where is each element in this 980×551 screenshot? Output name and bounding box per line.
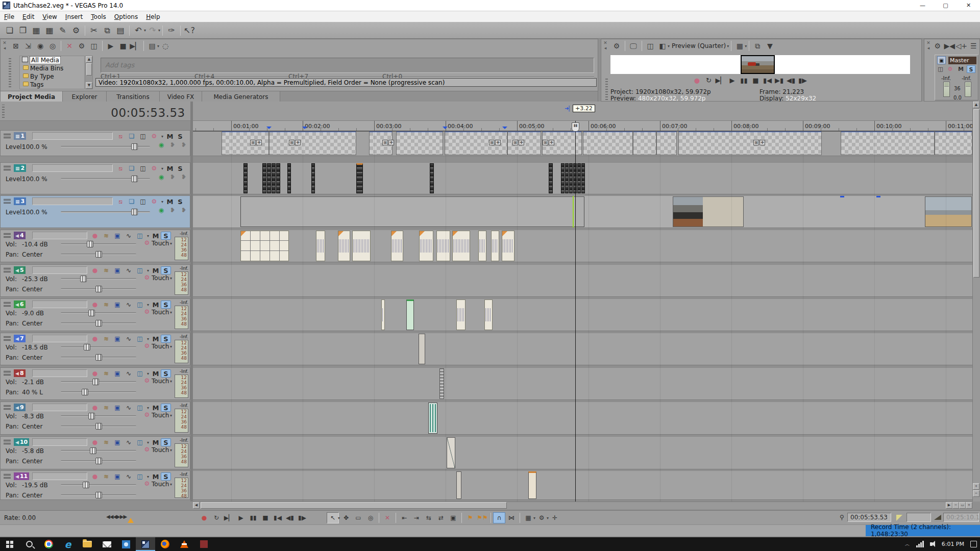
menu-view[interactable]: View: [38, 12, 61, 22]
taskbar-mail-icon[interactable]: [97, 537, 116, 551]
preview-quality-dropdown-icon[interactable]: ▾: [727, 44, 729, 48]
track-header-9[interactable]: ◀9●≋▣∿◫▾MSVol:-8.3 dB⚙Touch▾Pan:Center-I…: [0, 402, 190, 435]
parent-composite-icon[interactable]: ❥: [167, 141, 178, 149]
automation-mode[interactable]: Touch: [152, 481, 169, 488]
slider-handle[interactable]: [80, 276, 87, 282]
go-to-end-button[interactable]: ▶▮: [773, 75, 785, 85]
child-composite-icon[interactable]: ❥: [178, 206, 189, 214]
menu-insert[interactable]: Insert: [61, 12, 87, 22]
envelope-icon[interactable]: ∿: [123, 335, 134, 343]
timeline-event[interactable]: [419, 231, 433, 261]
tree-scrollbar[interactable]: ▲ ▼: [85, 56, 93, 89]
invert-phase-icon[interactable]: ▣: [112, 404, 123, 412]
track-number-chip[interactable]: ▦3: [14, 197, 26, 205]
slider-handle[interactable]: [95, 354, 102, 361]
automation-mode[interactable]: Touch: [152, 240, 169, 247]
automation-dropdown-icon[interactable]: ▾: [170, 379, 172, 384]
taskbar-file-explorer-icon[interactable]: [78, 537, 97, 551]
pan-crop-icon[interactable]: ⊞: [489, 140, 495, 145]
envelope-icon[interactable]: ∿: [123, 404, 134, 412]
pan-crop-icon[interactable]: ⊞: [382, 140, 388, 145]
overlays-grid-dropdown-icon[interactable]: ▾: [745, 44, 747, 48]
timeline-event[interactable]: [925, 196, 972, 227]
render-as-icon[interactable]: ✎: [56, 24, 69, 37]
track-number-chip[interactable]: ◀5: [14, 266, 26, 274]
timeline-content[interactable]: ⊞✛⊞✛⊞✛⊞✛⊞✛⊞✛⊞✛: [193, 132, 972, 502]
fx-dropdown-icon[interactable]: ▾: [160, 197, 165, 206]
scroll-down-icon[interactable]: ▼: [86, 82, 92, 89]
open-project-icon[interactable]: ❒: [16, 24, 30, 37]
play-from-start-button[interactable]: ▶▏: [223, 512, 235, 523]
track-solo-button[interactable]: S: [175, 164, 185, 172]
slider[interactable]: [61, 346, 136, 348]
tab-project-media[interactable]: Project Media: [1, 91, 63, 102]
slider[interactable]: [61, 425, 136, 427]
timeline-event[interactable]: [678, 132, 822, 155]
taskbar-edge-icon[interactable]: e: [58, 537, 78, 551]
timeline-event[interactable]: [430, 163, 434, 193]
track-lane-10[interactable]: [193, 436, 972, 469]
automation-settings-icon[interactable]: ⚙: [149, 197, 160, 206]
ruler-marker-icon[interactable]: [443, 127, 448, 132]
redo-dropdown-icon[interactable]: ▾: [158, 28, 160, 33]
track-lane-7[interactable]: [193, 333, 972, 365]
event-fx-icon[interactable]: ✛: [295, 140, 301, 145]
slider[interactable]: [61, 146, 150, 147]
track-lane-11[interactable]: [193, 470, 972, 500]
cursor-time-display[interactable]: 00:05:53.53: [847, 513, 891, 522]
timeline-vscrollbar[interactable]: ▲+−: [972, 102, 980, 502]
taskbar-vegas-icon[interactable]: [136, 537, 155, 551]
track-number-chip[interactable]: ▦1: [14, 132, 26, 140]
selection-edit-tool-icon[interactable]: ▭: [352, 512, 364, 523]
track-name-input[interactable]: [32, 438, 87, 446]
record-button[interactable]: ●: [198, 512, 210, 523]
maximize-button[interactable]: ▢: [934, 0, 957, 11]
undo-icon[interactable]: ↶: [132, 24, 145, 37]
master-mute-button[interactable]: M: [957, 65, 965, 73]
scroll-right-icon[interactable]: ▶: [946, 502, 952, 509]
timeline-event[interactable]: [577, 163, 581, 193]
scroll-left-icon[interactable]: ◀: [193, 502, 200, 509]
slip-tool-icon[interactable]: ⇆: [423, 512, 435, 523]
track-header-10[interactable]: ◀10●≋▣∿◫▾MSVol:-5.8 dB⚙Touch▾Pan:Center-…: [0, 436, 190, 469]
media-properties-icon[interactable]: ⚙: [76, 40, 88, 52]
track-name-input[interactable]: [32, 266, 87, 274]
track-minimize-icon[interactable]: [4, 233, 11, 238]
track-solo-button[interactable]: S: [161, 300, 171, 309]
child-composite-icon[interactable]: ❥: [178, 141, 189, 149]
timeline-event[interactable]: [484, 299, 493, 330]
panel-close-icon[interactable]: ✕◂: [2, 40, 8, 51]
track-solo-button[interactable]: S: [175, 132, 185, 140]
pan-crop-icon[interactable]: ⊞: [289, 140, 295, 145]
event-fx-icon[interactable]: ✛: [549, 140, 554, 145]
slider-handle[interactable]: [87, 241, 93, 247]
new-project-icon[interactable]: ❏: [3, 24, 16, 37]
bus-send-icon[interactable]: ≋: [101, 438, 112, 446]
panel-grip[interactable]: [9, 57, 11, 87]
timeline-event[interactable]: [439, 368, 444, 399]
timeline-event[interactable]: [428, 403, 437, 434]
track-header-1[interactable]: ▦1⧅❏◫⚙▾MSLevel:100.0 %◉❥❥: [0, 130, 190, 156]
automation-settings-icon[interactable]: ⚙: [141, 273, 153, 282]
bypass-motion-blur-icon[interactable]: ⧅: [115, 164, 126, 172]
timeline-event[interactable]: [381, 299, 385, 330]
timeline-event[interactable]: [272, 163, 276, 193]
close-button[interactable]: ✕: [957, 0, 980, 11]
track-name-input[interactable]: [32, 404, 87, 411]
automation-settings-icon[interactable]: ⚙: [141, 239, 153, 247]
dim-output-icon[interactable]: ◁+: [955, 40, 968, 52]
pan-crop-icon[interactable]: ⊞: [753, 140, 759, 145]
project-properties-icon[interactable]: ⚙: [69, 24, 83, 37]
timeline-hscrollbar[interactable]: ◀▶−▭+: [193, 502, 972, 509]
track-name-input[interactable]: [32, 472, 87, 480]
go-to-start-button[interactable]: ▮◀: [272, 512, 284, 523]
invert-phase-icon[interactable]: ▣: [112, 369, 123, 378]
invert-phase-icon[interactable]: ▣: [112, 438, 123, 446]
track-lane-1[interactable]: ⊞✛⊞✛⊞✛⊞✛⊞✛⊞✛⊞✛: [193, 132, 972, 156]
timeline-event[interactable]: [419, 334, 425, 364]
compositing-mode-icon[interactable]: ◉: [156, 173, 167, 181]
video-output-fx-icon[interactable]: ◫: [644, 40, 656, 52]
arm-for-record-icon[interactable]: ●: [89, 232, 101, 240]
pan-crop-icon[interactable]: ⊞: [250, 140, 256, 145]
remove-media-icon[interactable]: ✕: [63, 40, 76, 52]
